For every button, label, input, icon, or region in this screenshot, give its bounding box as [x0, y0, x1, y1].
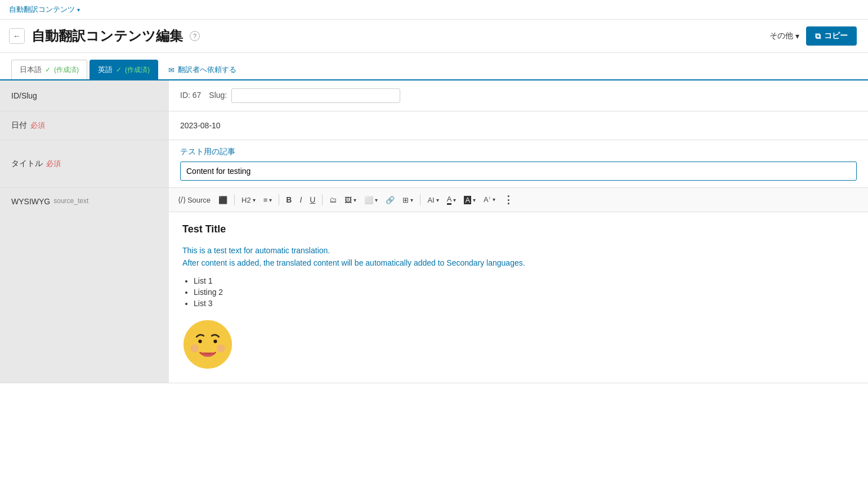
more-button[interactable]: ⋮: [500, 191, 517, 208]
font-color-icon: A: [447, 195, 452, 205]
face-image-area: [182, 319, 854, 371]
title-label: タイトル 必須: [0, 140, 169, 187]
bg-color-chevron-icon: ▾: [473, 197, 476, 203]
svg-point-2: [213, 339, 217, 343]
editor-line1: This is a test text for automatic transl…: [182, 244, 854, 270]
slug-input[interactable]: [231, 88, 400, 103]
page-title: 自動翻訳コンテンツ編集: [32, 27, 183, 45]
toolbar-divider-3: [322, 194, 323, 205]
wysiwyg-editor: ⟨/⟩ Source ⬛ H2 ▾ ≡ ▾ B: [169, 188, 868, 383]
help-icon[interactable]: ?: [190, 31, 200, 41]
folder-icon: 🗂: [329, 196, 337, 204]
request-tab-icon: ✉: [168, 66, 175, 74]
header-right: その他 ▾ ⧉ コピー: [769, 26, 857, 46]
media-icon: ⬜: [364, 196, 373, 204]
title-value: テスト用の記事: [169, 140, 868, 187]
image-chevron-icon: ▾: [354, 197, 356, 203]
ai-select[interactable]: AI ▾: [424, 194, 442, 207]
font-size-chevron-icon: ▾: [493, 196, 495, 203]
wysiwyg-sublabel: source_text: [53, 197, 88, 205]
wysiwyg-label-text: WYSIWYG: [11, 197, 50, 206]
date-required-badge: 必須: [30, 120, 45, 131]
svg-point-3: [190, 344, 198, 352]
top-nav-title-text: 自動翻訳コンテンツ: [9, 5, 75, 15]
date-label: 日付 必須: [0, 111, 169, 140]
other-button[interactable]: その他 ▾: [769, 31, 799, 41]
other-chevron-icon: ▾: [795, 32, 799, 41]
toolbar-divider-4: [420, 194, 420, 205]
toolbar-divider-1: [234, 194, 235, 205]
slug-prefix: ID: 67 Slug:: [180, 91, 227, 101]
image-icon: 🖼: [344, 196, 352, 204]
top-nav: 自動翻訳コンテンツ ▾: [0, 0, 868, 20]
bold-button[interactable]: B: [283, 193, 295, 207]
request-tab-label: 翻訳者へ依頼する: [178, 65, 236, 75]
link-button[interactable]: 🔗: [382, 194, 398, 207]
underline-label: U: [310, 195, 315, 204]
heading-chevron-icon: ▾: [253, 197, 256, 203]
font-size-icon: A↕: [484, 195, 491, 204]
underline-button[interactable]: U: [306, 193, 319, 207]
table-chevron-icon: ▾: [410, 197, 413, 203]
table-icon: ⊞: [402, 196, 409, 204]
back-button[interactable]: ←: [9, 28, 25, 44]
wysiwyg-label: WYSIWYG source_text: [0, 188, 169, 383]
tab-japanese-label: 日本語: [20, 65, 42, 75]
id-slug-label: ID/Slug: [0, 80, 169, 111]
heading-select[interactable]: H2 ▾: [238, 194, 259, 207]
italic-button[interactable]: I: [296, 193, 305, 207]
top-nav-title[interactable]: 自動翻訳コンテンツ ▾: [9, 5, 80, 15]
list-item-3: List 3: [194, 299, 854, 308]
title-required-badge: 必須: [46, 159, 61, 169]
bg-color-icon: A: [464, 196, 471, 204]
media-chevron-icon: ▾: [375, 197, 378, 203]
font-color-select[interactable]: A ▾: [444, 192, 460, 207]
editor-heading: Test Title: [182, 223, 854, 235]
list-item-1: List 1: [194, 276, 854, 285]
bold-label: B: [286, 195, 292, 204]
source-button[interactable]: ⟨/⟩ Source: [175, 193, 214, 207]
align-select[interactable]: ≡ ▾: [260, 194, 276, 207]
source-label: Source: [187, 196, 211, 204]
back-arrow-icon: ←: [13, 32, 21, 41]
tabs-bar: 日本語 ✓ (作成済) 英語 ✓ (作成済) ✉ 翻訳者へ依頼する: [0, 53, 868, 80]
date-text: 2023-08-10: [180, 121, 221, 130]
tab-english[interactable]: 英語 ✓ (作成済): [90, 60, 158, 79]
request-translator-button[interactable]: ✉ 翻訳者へ依頼する: [160, 60, 244, 79]
svg-point-4: [217, 344, 225, 352]
font-color-chevron-icon: ▾: [453, 197, 456, 203]
id-slug-row: ID/Slug ID: 67 Slug:: [0, 80, 868, 111]
italic-label: I: [299, 195, 302, 204]
date-value: 2023-08-10: [169, 111, 868, 140]
tab-english-label: 英語: [98, 65, 113, 75]
copy-label: コピー: [824, 31, 848, 41]
media-select[interactable]: ⬜ ▾: [361, 194, 381, 207]
tab-japanese[interactable]: 日本語 ✓ (作成済): [11, 60, 87, 79]
wysiwyg-row: WYSIWYG source_text ⟨/⟩ Source ⬛ H2 ▾: [0, 188, 868, 383]
table-select[interactable]: ⊞ ▾: [399, 194, 417, 207]
screen-icon: ⬛: [218, 196, 227, 204]
tab-japanese-status: (作成済): [54, 65, 79, 75]
editor-content-area[interactable]: Test Title This is a test text for autom…: [169, 212, 868, 383]
title-row: タイトル 必須 テスト用の記事: [0, 140, 868, 188]
heading-label: H2: [241, 196, 251, 204]
align-icon: ≡: [263, 196, 268, 204]
tab-english-status: (作成済): [125, 65, 150, 75]
tab-japanese-check-icon: ✓: [45, 66, 51, 74]
date-row: 日付 必須 2023-08-10: [0, 111, 868, 140]
link-icon: 🔗: [386, 196, 395, 204]
tab-english-check-icon: ✓: [116, 66, 122, 74]
toolbar-divider-2: [279, 194, 279, 205]
copy-icon: ⧉: [815, 32, 821, 41]
folder-button[interactable]: 🗂: [326, 194, 340, 207]
copy-button[interactable]: ⧉ コピー: [806, 26, 857, 46]
screen-button[interactable]: ⬛: [215, 194, 231, 207]
list-item-2: Listing 2: [194, 288, 854, 297]
header-left: ← 自動翻訳コンテンツ編集 ?: [9, 27, 200, 45]
more-icon: ⋮: [503, 194, 513, 206]
title-input[interactable]: [180, 162, 857, 181]
image-select[interactable]: 🖼 ▾: [341, 194, 360, 207]
font-size-select[interactable]: A↕ ▾: [480, 193, 499, 206]
source-icon: ⟨/⟩: [178, 195, 186, 204]
bg-color-select[interactable]: A ▾: [460, 194, 479, 207]
